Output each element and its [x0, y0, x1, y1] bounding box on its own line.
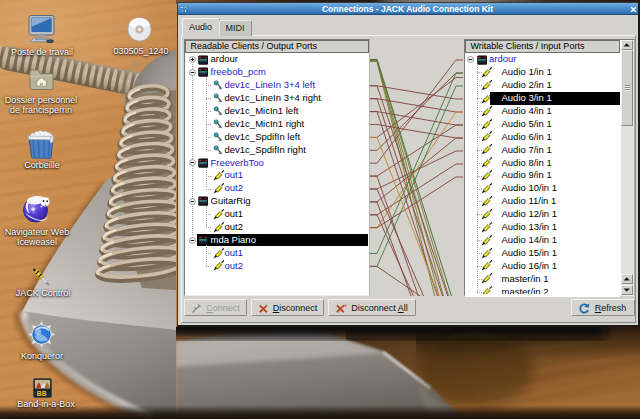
svg-text:BB: BB — [37, 390, 47, 397]
